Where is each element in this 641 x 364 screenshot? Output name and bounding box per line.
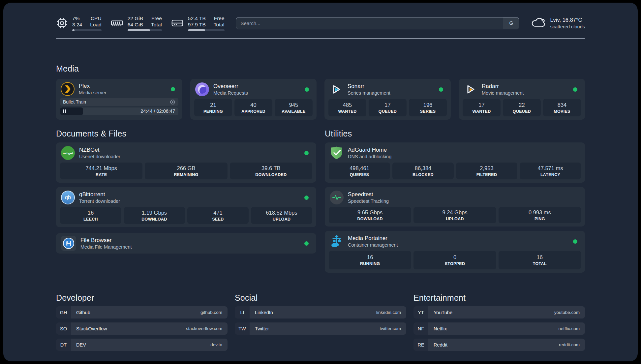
stat-label: WANTED <box>328 109 366 114</box>
service-card-sonarr[interactable]: Sonarr Series management 485 WANTED 17 Q… <box>324 79 451 120</box>
pause-icon <box>63 109 66 113</box>
stat-value: 47.571 ms <box>520 165 581 171</box>
bookmark-netflix[interactable]: NF Netflix netflix.com <box>413 322 585 335</box>
bookmark-github[interactable]: GH Github github.com <box>56 306 228 318</box>
bookmark-twitter[interactable]: TW Twitter twitter.com <box>235 322 406 335</box>
bookmark-dev[interactable]: DT DEV dev.to <box>56 339 228 351</box>
service-card-filebrowser[interactable]: File Browser Media File Management <box>56 233 316 254</box>
stat-value: 17 <box>463 102 501 108</box>
bookmark-abbr: TW <box>235 322 250 335</box>
portainer-icon <box>330 234 344 248</box>
disk-icon <box>171 18 184 28</box>
service-card-qbittorrent[interactable]: qb qBittorrent Torrent downloader 16 LEE… <box>56 187 316 227</box>
status-dot <box>304 241 309 246</box>
service-card-portainer[interactable]: Media Portainer Container management 16 … <box>325 231 585 273</box>
stat-label: PENDING <box>194 109 232 114</box>
adguard-icon <box>330 146 344 160</box>
service-card-overseerr[interactable]: Overseerr Media Requests 21 PENDING 40 A… <box>190 79 317 120</box>
stat-label: MOVIES <box>543 109 581 114</box>
service-title: qBittorrent <box>79 191 120 198</box>
cpu-progress-bar <box>72 29 102 31</box>
documents-section-title: Documents & Files <box>56 129 316 138</box>
service-subtitle: Usenet downloader <box>79 154 120 159</box>
service-card-plex[interactable]: Plex Media server Bullet Train <box>56 79 182 120</box>
service-card-nzbget[interactable]: nzbget NZBGet Usenet downloader 744.21 M… <box>56 142 316 183</box>
cpu-load-value: 3.24 <box>72 21 82 28</box>
dashboard-surface: 7% 3.24 CPU Load <box>3 3 638 361</box>
stat-value: 744.21 Mbps <box>60 165 142 171</box>
stat-label: TOTAL <box>499 261 581 266</box>
service-card-speedtest[interactable]: Speedtest Speedtest Tracking 9.65 Gbps D… <box>325 187 585 227</box>
service-stats: 485 WANTED 17 QUEUED 196 SERIES <box>328 99 447 116</box>
stat-label: REMAINING <box>145 172 227 177</box>
stat-label: DOWNLOAD <box>329 217 411 221</box>
status-dot <box>304 196 309 200</box>
filebrowser-icon <box>61 236 76 251</box>
bookmark-group-social: Social LI LinkedIn linkedin.com TW Twitt… <box>235 293 406 355</box>
bookmark-name: Reddit <box>434 342 447 348</box>
search-input[interactable] <box>236 17 503 29</box>
stat-block: 945 AVAILABLE <box>275 99 313 116</box>
stat-value: 40 <box>234 102 272 108</box>
bookmark-stackoverflow[interactable]: SO StackOverflow stackoverflow.com <box>56 322 228 335</box>
stat-value: 2,953 <box>456 165 517 171</box>
stat-label: RATE <box>60 172 142 177</box>
speedtest-icon <box>330 191 344 204</box>
weather-location-temp: Lviv, 16.87°C <box>550 17 585 23</box>
bookmark-abbr: YT <box>413 306 428 318</box>
stat-value: 21 <box>194 102 232 108</box>
utilities-section-title: Utilities <box>325 129 585 138</box>
bookmark-abbr: DT <box>56 339 71 351</box>
service-subtitle: Speedtest Tracking <box>348 198 389 204</box>
service-subtitle: Media File Management <box>80 244 132 250</box>
stat-label: LEECH <box>60 217 121 222</box>
service-subtitle: Media Requests <box>213 90 248 96</box>
playback-progress-bar: 24:44 / 02:06:47 <box>60 107 178 115</box>
section-media: Media Plex Media server <box>56 64 585 120</box>
bookmark-youtube[interactable]: YT YouTube youtube.com <box>413 306 585 318</box>
status-dot <box>171 87 175 91</box>
search-bar: G <box>236 17 520 29</box>
service-title: Sonarr <box>348 83 390 90</box>
memory-progress-bar <box>128 29 162 31</box>
bookmark-name: Netflix <box>434 326 447 331</box>
stat-value: 471 <box>187 210 249 216</box>
bookmark-reddit[interactable]: RE Reddit reddit.com <box>413 339 585 351</box>
stat-value: 39.6 TB <box>230 165 312 171</box>
service-stats: 744.21 Mbps RATE 266 GB REMAINING 39.6 T… <box>60 163 312 179</box>
stat-block: 17 WANTED <box>463 99 501 116</box>
stat-block: 9.65 Gbps DOWNLOAD <box>329 207 411 223</box>
bookmark-name: Github <box>76 310 90 315</box>
service-card-radarr[interactable]: Radarr Movie management 17 WANTED 22 QUE… <box>459 79 585 120</box>
stat-block: 834 MOVIES <box>543 99 581 116</box>
status-dot <box>305 87 309 92</box>
stat-label: AVAILABLE <box>275 109 313 114</box>
disk-free-value: 52.4 TB <box>188 15 206 21</box>
stat-label: SERIES <box>409 109 447 114</box>
transcode-icon <box>170 99 175 105</box>
weather-widget: Lviv, 16.87°C scattered clouds <box>531 16 585 30</box>
service-title: File Browser <box>80 237 132 244</box>
service-title: Plex <box>79 83 107 89</box>
stat-block: 16 RUNNING <box>329 251 411 269</box>
stat-block: 39.6 TB DOWNLOADED <box>230 163 312 179</box>
stat-value: 17 <box>369 102 407 108</box>
plex-icon <box>61 82 75 96</box>
bookmark-name: LinkedIn <box>255 310 273 315</box>
entertainment-section-title: Entertainment <box>413 293 585 303</box>
stat-label: WANTED <box>463 109 501 114</box>
stat-value: 16 <box>60 210 121 216</box>
service-title: Speedtest <box>348 191 389 198</box>
stat-label: RUNNING <box>329 261 411 266</box>
bookmark-linkedin[interactable]: LI LinkedIn linkedin.com <box>235 306 406 318</box>
bookmark-url: netflix.com <box>558 326 580 331</box>
stat-block: 1.19 Gbps DOWNLOAD <box>124 207 185 224</box>
search-provider-button[interactable]: G <box>503 17 519 29</box>
cpu-usage-value: 7% <box>72 15 82 21</box>
service-card-adguard[interactable]: AdGuard Home DNS and adblocking 498,461 … <box>325 142 585 183</box>
disk-total-value: 97.9 TB <box>188 21 206 28</box>
stat-label: STOPPED <box>413 261 496 266</box>
stat-block: 86,384 BLOCKED <box>392 163 454 179</box>
status-dot <box>573 87 577 92</box>
memory-icon <box>111 18 123 28</box>
